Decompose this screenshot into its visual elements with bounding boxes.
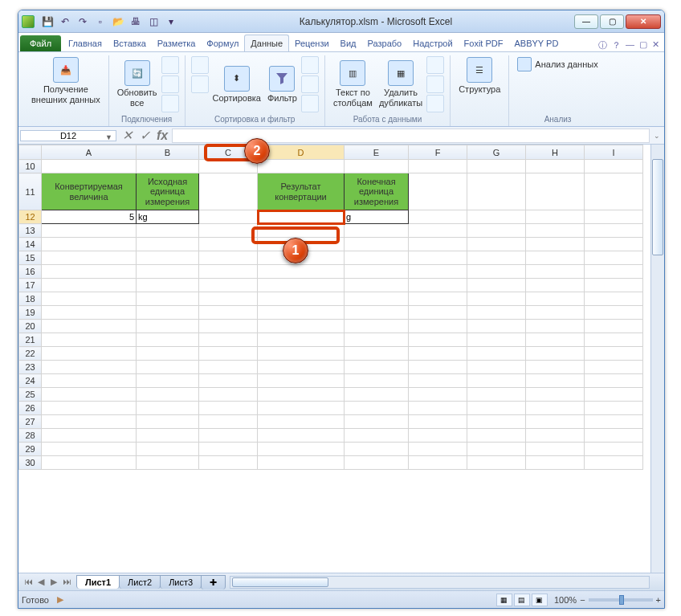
cell-F19[interactable] xyxy=(409,306,467,320)
cell-F11[interactable] xyxy=(409,173,467,210)
sheet-tab[interactable]: Лист1 xyxy=(76,575,120,589)
mdi-close-icon[interactable]: ✕ xyxy=(652,39,659,51)
row-header[interactable]: 11 xyxy=(19,173,42,210)
cell-A13[interactable] xyxy=(42,224,137,238)
expand-formula-bar-button[interactable]: ⌄ xyxy=(651,129,663,143)
cell-E10[interactable] xyxy=(345,160,409,173)
cell-E21[interactable] xyxy=(345,333,409,347)
cell-D12[interactable] xyxy=(258,210,345,224)
cell-C16[interactable] xyxy=(199,265,258,279)
row-header[interactable]: 19 xyxy=(19,306,42,320)
row-header[interactable]: 10 xyxy=(19,160,42,173)
cell-G25[interactable] xyxy=(467,388,526,402)
zoom-in-button[interactable]: + xyxy=(656,595,661,605)
tab-insert[interactable]: Вставка xyxy=(108,35,152,51)
cell-D29[interactable] xyxy=(258,443,345,456)
close-button[interactable]: ✕ xyxy=(626,14,661,29)
cell-H20[interactable] xyxy=(526,320,585,333)
qat-open-icon[interactable]: 📂 xyxy=(110,14,126,30)
cell-G17[interactable] xyxy=(467,279,526,292)
next-sheet-button[interactable]: ▶ xyxy=(47,577,60,587)
cell-I10[interactable] xyxy=(585,160,643,173)
cell-B16[interactable] xyxy=(137,265,199,279)
zoom-slider[interactable] xyxy=(589,598,653,602)
cell-G18[interactable] xyxy=(467,292,526,306)
cell-F15[interactable] xyxy=(409,251,467,265)
cell-D18[interactable] xyxy=(258,292,345,306)
qat-print-icon[interactable]: 🖶 xyxy=(128,14,144,30)
row-header[interactable]: 28 xyxy=(19,429,42,443)
cell-B25[interactable] xyxy=(137,388,199,402)
cell-B12[interactable]: kg xyxy=(137,210,199,224)
cell-C23[interactable] xyxy=(199,361,258,374)
cell-H27[interactable] xyxy=(526,415,585,429)
row-header[interactable]: 23 xyxy=(19,361,42,374)
clear-filter-button[interactable] xyxy=(301,56,319,74)
qat-save-icon[interactable]: 💾 xyxy=(39,14,55,30)
cell-A19[interactable] xyxy=(42,306,137,320)
tab-abbyy[interactable]: ABBYY PD xyxy=(509,35,565,51)
cell-B13[interactable] xyxy=(137,224,199,238)
cell-I22[interactable] xyxy=(585,347,643,361)
cell-C26[interactable] xyxy=(199,402,258,415)
filter-button[interactable]: Фильтр xyxy=(264,55,300,113)
cell-A21[interactable] xyxy=(42,333,137,347)
row-header[interactable]: 15 xyxy=(19,251,42,265)
cell-D27[interactable] xyxy=(258,415,345,429)
col-header[interactable]: E xyxy=(345,145,409,160)
col-header[interactable]: A xyxy=(42,145,137,160)
cell-B29[interactable] xyxy=(137,443,199,456)
cell-H18[interactable] xyxy=(526,292,585,306)
first-sheet-button[interactable]: ⏮ xyxy=(22,577,35,587)
cell-G29[interactable] xyxy=(467,443,526,456)
cell-B20[interactable] xyxy=(137,320,199,333)
cell-D19[interactable] xyxy=(258,306,345,320)
cancel-formula-button[interactable]: ✕ xyxy=(118,128,136,144)
cell-I14[interactable] xyxy=(585,238,643,251)
cell-H28[interactable] xyxy=(526,429,585,443)
cell-G19[interactable] xyxy=(467,306,526,320)
qat-preview-icon[interactable]: ◫ xyxy=(145,14,161,30)
cell-I18[interactable] xyxy=(585,292,643,306)
cell-D20[interactable] xyxy=(258,320,345,333)
cell-A12[interactable]: 5 xyxy=(42,210,137,224)
cell-F18[interactable] xyxy=(409,292,467,306)
cell-C15[interactable] xyxy=(199,251,258,265)
cell-D17[interactable] xyxy=(258,279,345,292)
cell-G26[interactable] xyxy=(467,402,526,415)
cell-H16[interactable] xyxy=(526,265,585,279)
cell-I11[interactable] xyxy=(585,173,643,210)
col-header[interactable]: B xyxy=(137,145,199,160)
sheet-tab[interactable]: Лист2 xyxy=(119,575,161,589)
whatif-button[interactable] xyxy=(426,95,444,112)
cell-D23[interactable] xyxy=(258,361,345,374)
cell-H13[interactable] xyxy=(526,224,585,238)
vertical-scrollbar[interactable] xyxy=(650,145,664,573)
zoom-level[interactable]: 100% xyxy=(554,595,577,605)
cell-F29[interactable] xyxy=(409,443,467,456)
cell-A16[interactable] xyxy=(42,265,137,279)
cell-G16[interactable] xyxy=(467,265,526,279)
cell-C17[interactable] xyxy=(199,279,258,292)
cell-I16[interactable] xyxy=(585,265,643,279)
cell-H29[interactable] xyxy=(526,443,585,456)
cell-G11[interactable] xyxy=(467,173,526,210)
file-tab[interactable]: Файл xyxy=(20,35,61,51)
cell-A29[interactable] xyxy=(42,443,137,456)
cell-F10[interactable] xyxy=(409,160,467,173)
cell-B11[interactable]: Исходная единица измерения xyxy=(137,173,199,210)
row-header[interactable]: 17 xyxy=(19,279,42,292)
data-validation-button[interactable] xyxy=(426,56,444,74)
cell-G12[interactable] xyxy=(467,210,526,224)
cell-F21[interactable] xyxy=(409,333,467,347)
cell-E28[interactable] xyxy=(345,429,409,443)
consolidate-button[interactable] xyxy=(426,75,444,93)
maximize-button[interactable]: ▢ xyxy=(600,14,624,29)
scroll-thumb[interactable] xyxy=(652,159,663,255)
remove-duplicates-button[interactable]: ▦ Удалить дубликаты xyxy=(376,55,426,113)
edit-links-button[interactable] xyxy=(161,95,179,112)
cell-C14[interactable] xyxy=(199,238,258,251)
cell-E12[interactable]: g xyxy=(345,210,409,224)
tab-foxit[interactable]: Foxit PDF xyxy=(459,35,509,51)
qat-redo-icon[interactable]: ↷ xyxy=(75,14,91,30)
